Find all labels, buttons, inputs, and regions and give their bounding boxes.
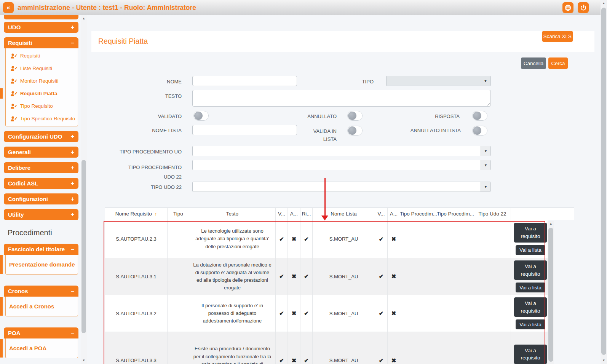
annullato-toggle[interactable] bbox=[347, 111, 363, 121]
sidebar-item-requisiti-piatta[interactable]: Requisiti Piatta bbox=[6, 87, 78, 100]
go-to-lista-button[interactable]: Vai a lista bbox=[516, 319, 545, 329]
check-icon: ✔ bbox=[304, 236, 309, 243]
tipo-procedimento-uo-select[interactable]: ▼ bbox=[192, 146, 491, 156]
sidebar-scrollbar-thumb[interactable] bbox=[81, 160, 86, 333]
sidebar-item-monitor-requisiti[interactable]: Monitor Requisiti bbox=[6, 75, 78, 87]
tipo-label: TIPO bbox=[335, 79, 374, 85]
testo-textarea[interactable] bbox=[192, 90, 491, 107]
cancel-button[interactable]: Cancella bbox=[521, 57, 546, 69]
column-header-label: A... bbox=[390, 211, 398, 217]
cell-actions: Vai a requisitoVai a lista bbox=[511, 220, 548, 258]
cell-testo: Esiste una procedura / documento per il … bbox=[189, 332, 276, 364]
sidebar-item-presentazione-domande[interactable]: Presentazione domande bbox=[6, 256, 78, 273]
column-header-ri-[interactable]: Ri... bbox=[300, 208, 313, 220]
sidebar-section-requisiti[interactable]: Requisiti− bbox=[4, 37, 78, 48]
caret-down-icon: ▼ bbox=[481, 76, 490, 86]
table-scrollbar-thumb[interactable] bbox=[548, 228, 553, 362]
cell-tipo-procedimento-uo bbox=[400, 295, 437, 332]
sidebar-section: Configurazioni+ bbox=[0, 193, 81, 204]
sidebar-collapse-button[interactable]: « bbox=[3, 2, 14, 13]
column-header-tipo-procedim-[interactable]: Tipo Procedim... bbox=[400, 208, 437, 220]
scroll-up-icon[interactable]: ▲ bbox=[601, 1, 607, 6]
page-scrollbar-thumb[interactable] bbox=[601, 8, 606, 355]
cell-actions: Vai a requisitoVai a lista bbox=[511, 258, 548, 295]
cell-tipo-udo-22 bbox=[474, 332, 511, 364]
go-to-lista-button[interactable]: Vai a lista bbox=[516, 283, 545, 292]
cell-validato: ✔ bbox=[276, 220, 288, 258]
caret-down-icon: ▼ bbox=[481, 146, 490, 156]
sidebar-section-codici-asl[interactable]: Codici ASL+ bbox=[4, 178, 78, 189]
logout-power-button[interactable] bbox=[578, 2, 589, 13]
column-header-tipo-procedim-[interactable]: Tipo Procedim... bbox=[437, 208, 474, 220]
risposta-toggle[interactable] bbox=[472, 111, 487, 121]
column-header-label: Ri... bbox=[302, 211, 311, 217]
page-scrollbar[interactable]: ▲ ▼ bbox=[601, 0, 607, 364]
sidebar-section-cronos[interactable]: Cronos− bbox=[4, 286, 78, 297]
table-scrollbar[interactable]: ▲ bbox=[548, 221, 554, 364]
sidebar-section-poa[interactable]: POA− bbox=[4, 327, 78, 338]
sidebar-section-fascicolo-del-titolare[interactable]: Fascicolo del titolare− bbox=[4, 244, 78, 255]
cell-tipo-udo-22 bbox=[474, 295, 511, 332]
download-xls-button[interactable]: Scarica XLS bbox=[542, 31, 573, 42]
column-header-a-[interactable]: A... bbox=[388, 208, 400, 220]
check-icon: ✔ bbox=[279, 357, 284, 364]
valida-in-lista-toggle[interactable] bbox=[347, 126, 363, 136]
column-header-nome-requisito[interactable]: Nome Requisito↑ bbox=[105, 208, 168, 220]
sidebar-item-tipo-requisito[interactable]: Tipo Requisito bbox=[6, 100, 78, 112]
sidebar-section: Fascicolo del titolare−Presentazione dom… bbox=[0, 244, 81, 275]
go-to-requisito-button[interactable]: Vai a requisito bbox=[514, 345, 547, 364]
valida-in-lista-label: VALIDA IN LISTA bbox=[310, 128, 337, 144]
sidebar-item-label: Presentazione domande bbox=[9, 261, 75, 268]
sidebar-section-configurazioni[interactable]: Configurazioni+ bbox=[4, 193, 78, 204]
sidebar-section-udo[interactable]: UDO+ bbox=[4, 22, 78, 33]
column-header-tipo[interactable]: Tipo bbox=[168, 208, 189, 220]
toggle-knob bbox=[473, 126, 481, 135]
nome-input[interactable] bbox=[192, 76, 297, 86]
sidebar-section-delibere[interactable]: Delibere+ bbox=[4, 162, 78, 173]
collapse-minus-icon: − bbox=[71, 40, 74, 46]
sidebar-section-utility[interactable]: Utility+ bbox=[4, 209, 78, 220]
column-header-nome-lista[interactable]: Nome Lista bbox=[313, 208, 375, 220]
tipo-udo-22-label: TIPO UDO 22 bbox=[117, 184, 182, 190]
column-header-v-[interactable]: V... bbox=[276, 208, 288, 220]
go-to-requisito-button[interactable]: Vai a requisito bbox=[514, 223, 547, 242]
check-icon: ✔ bbox=[279, 273, 284, 280]
caret-down-icon: ▼ bbox=[481, 182, 490, 192]
resize-grip-icon[interactable] bbox=[486, 102, 490, 105]
column-header-actions[interactable] bbox=[511, 208, 574, 220]
user-pen-icon bbox=[11, 53, 17, 59]
go-to-requisito-button[interactable]: Vai a requisito bbox=[514, 260, 547, 280]
column-header-testo[interactable]: Testo bbox=[189, 208, 276, 220]
sidebar-section-configurazioni-udo[interactable]: Configurazioni UDO+ bbox=[4, 131, 78, 142]
scroll-down-icon[interactable]: ▼ bbox=[601, 358, 607, 363]
language-globe-button[interactable] bbox=[562, 2, 573, 13]
annullato-in-lista-toggle[interactable] bbox=[472, 126, 487, 136]
sidebar-section: Requisiti−RequisitiListe RequisitiMonito… bbox=[0, 37, 81, 126]
column-header-a-[interactable]: A... bbox=[288, 208, 300, 220]
go-to-requisito-button[interactable]: Vai a requisito bbox=[514, 297, 547, 317]
scroll-down-icon[interactable]: ▼ bbox=[81, 358, 87, 363]
tipo-procedimento-udo-22-select[interactable]: ▼ bbox=[192, 160, 491, 170]
sidebar-item-accedi-a-cronos[interactable]: Accedi a Cronos bbox=[6, 298, 78, 315]
validato-toggle[interactable] bbox=[193, 111, 209, 121]
nome-lista-input[interactable] bbox=[192, 125, 297, 135]
cell-nome-lista: S.MORT_AU bbox=[313, 332, 375, 364]
tipo-select[interactable]: ▼ bbox=[386, 76, 491, 86]
tipo-udo-22-select[interactable]: ▼ bbox=[192, 182, 491, 192]
search-button[interactable]: Cerca bbox=[548, 57, 568, 69]
sidebar-section-label: UDO bbox=[8, 24, 21, 30]
sidebar-item-requisiti[interactable]: Requisiti bbox=[6, 49, 78, 62]
cell-tipo-procedimento-udo-22 bbox=[437, 295, 474, 332]
column-header-v-[interactable]: V... bbox=[375, 208, 388, 220]
column-header-tipo-udo-22[interactable]: Tipo Udo 22 bbox=[474, 208, 511, 220]
sidebar-section-label: Utility bbox=[8, 211, 24, 218]
sidebar-item-liste-requisiti[interactable]: Liste Requisiti bbox=[6, 62, 78, 75]
sidebar-section-generali[interactable]: Generali+ bbox=[4, 147, 78, 158]
sidebar-scrollbar[interactable]: ▲ ▼ bbox=[81, 15, 87, 364]
sidebar-item-tipo-specifico-requisito[interactable]: Tipo Specifico Requisito bbox=[6, 112, 78, 125]
go-to-lista-button[interactable]: Vai a lista bbox=[516, 245, 545, 255]
scroll-up-icon[interactable]: ▲ bbox=[548, 221, 554, 227]
cell-tipo-udo-22 bbox=[474, 258, 511, 295]
sidebar-item-accedi-a-poa[interactable]: Accedi a POA bbox=[6, 340, 78, 357]
scroll-up-icon[interactable]: ▲ bbox=[81, 16, 87, 21]
